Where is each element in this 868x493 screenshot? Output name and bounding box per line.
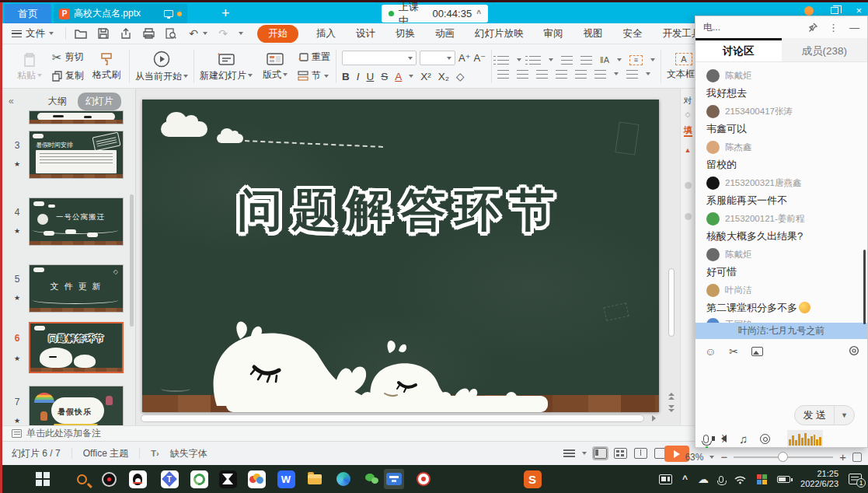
tab-design[interactable]: 设计 xyxy=(346,27,385,40)
class-timer-pill[interactable]: 上课中 00:44:35 ^ xyxy=(382,5,488,23)
microphone-icon[interactable] xyxy=(703,435,709,443)
play-from-current-button[interactable]: 从当前开始 xyxy=(135,48,188,86)
wifi-icon[interactable] xyxy=(734,474,747,484)
collapse-sidebar-button[interactable]: « xyxy=(9,96,14,107)
sidebar-scrollbar[interactable] xyxy=(130,194,134,327)
expand-triangle-icon[interactable]: ▲ xyxy=(681,146,695,154)
teams-app-icon[interactable]: T xyxy=(159,469,180,489)
zoom-dropdown-icon[interactable] xyxy=(709,456,714,459)
minimize-window-icon[interactable]: — xyxy=(849,22,859,33)
music-icon[interactable]: ♫ xyxy=(739,432,748,446)
hidden-icons-chevron[interactable]: ^ xyxy=(682,474,688,484)
section-button[interactable]: 节 xyxy=(298,69,330,82)
tab-animation[interactable]: 动画 xyxy=(425,27,465,40)
search-taskbar-icon[interactable] xyxy=(71,469,92,489)
shape-icon[interactable]: ◇ xyxy=(681,110,695,118)
strikethrough-button[interactable]: S xyxy=(381,71,388,82)
shrink-font-button[interactable]: A⁻ xyxy=(474,52,486,64)
notification-center-icon[interactable]: 1 xyxy=(849,474,862,484)
copy-button[interactable]: 复制 xyxy=(52,69,84,82)
emoji-picker-icon[interactable]: ☺ xyxy=(705,345,716,358)
previous-slide-button[interactable] xyxy=(666,390,676,401)
undo-dropdown-icon[interactable] xyxy=(203,32,207,35)
restore-window-icon[interactable] xyxy=(831,7,838,14)
fit-slide-button[interactable] xyxy=(852,453,862,462)
send-button[interactable]: 发 送 ▼ xyxy=(794,405,855,425)
zoom-out-button[interactable]: − xyxy=(720,453,727,461)
current-slide[interactable]: 问题解答环节 xyxy=(142,100,659,412)
theme-name[interactable]: Office 主题 xyxy=(83,447,128,460)
line-spacing-icon[interactable] xyxy=(594,70,606,79)
start-button[interactable] xyxy=(33,469,53,489)
tencent-classroom-icon-active[interactable] xyxy=(384,469,404,489)
account-avatar[interactable] xyxy=(804,6,814,16)
green-swirl-app-icon[interactable] xyxy=(189,469,209,489)
slide-thumbnail-6-selected[interactable]: 问题解答环节 xyxy=(29,322,124,373)
slide-title-text[interactable]: 问题解答环节 xyxy=(142,180,659,241)
distribute-icon[interactable] xyxy=(575,70,587,79)
justify-icon[interactable] xyxy=(556,70,567,79)
chat-scrollbar-thumb[interactable] xyxy=(863,250,866,324)
zoom-slider[interactable] xyxy=(734,456,833,458)
placeholder-icon[interactable]: ≡ xyxy=(629,55,643,65)
increase-indent-icon[interactable] xyxy=(580,56,592,65)
vertical-scrollbar-thumb[interactable] xyxy=(668,268,675,337)
horizontal-scrollbar-thumb[interactable] xyxy=(141,414,644,422)
reading-view-button[interactable] xyxy=(634,448,647,459)
bullet-list-icon[interactable] xyxy=(497,56,509,65)
open-file-icon[interactable] xyxy=(74,26,88,40)
bold-button[interactable]: B xyxy=(342,71,350,82)
circles-app-icon[interactable] xyxy=(246,469,267,489)
zoom-in-button[interactable]: + xyxy=(839,453,846,461)
tab-document[interactable]: P 高校大点名.pptx xyxy=(54,4,187,23)
vertical-scrollbar[interactable] xyxy=(668,110,675,390)
reset-button[interactable]: 重置 xyxy=(298,51,330,64)
paragraph-spacing-icon[interactable] xyxy=(626,70,638,79)
tab-outline[interactable]: 大纲 xyxy=(40,93,75,110)
tab-discussion[interactable]: 讨论区 xyxy=(695,38,782,61)
grow-font-button[interactable]: A⁺ xyxy=(458,52,471,64)
tab-members[interactable]: 成员(238) xyxy=(782,38,868,61)
screen-record-icon[interactable] xyxy=(413,469,434,489)
undo-icon[interactable]: ↶ xyxy=(186,26,200,40)
new-slide-button[interactable]: * 新建幻灯片 xyxy=(200,48,253,86)
send-options-icon[interactable]: ▼ xyxy=(835,411,854,419)
edge-browser-icon[interactable] xyxy=(333,469,354,489)
wps-app-icon[interactable]: W xyxy=(276,469,296,489)
layout-button[interactable]: 版式 xyxy=(258,48,292,86)
underline-button[interactable]: U xyxy=(367,71,375,82)
pin-icon[interactable] xyxy=(808,23,817,32)
new-tab-button[interactable]: + xyxy=(221,3,230,23)
export-icon[interactable] xyxy=(119,26,133,40)
screenshot-scissors-icon[interactable]: ✂ xyxy=(729,345,738,358)
zoom-slider-handle[interactable] xyxy=(778,452,788,462)
horizontal-scrollbar[interactable] xyxy=(140,414,649,423)
tab-slideshow[interactable]: 幻灯片放映 xyxy=(465,27,534,40)
redo-icon[interactable]: ↷ xyxy=(216,26,230,40)
timer-collapse-icon[interactable]: ^ xyxy=(476,9,481,18)
missing-font-warning[interactable]: 缺失字体 xyxy=(170,447,207,460)
send-image-icon[interactable] xyxy=(751,347,763,356)
save-icon[interactable] xyxy=(96,26,110,40)
align-right-icon[interactable] xyxy=(536,70,548,79)
print-preview-icon[interactable] xyxy=(164,26,178,40)
slide-sorter-view-button[interactable] xyxy=(614,448,627,459)
battery-icon[interactable] xyxy=(777,476,790,483)
italic-button[interactable]: I xyxy=(357,71,360,82)
clear-format-button[interactable]: ◇ xyxy=(456,70,464,82)
slide-thumbnail-3[interactable]: 暑假时间安排 xyxy=(29,131,124,179)
font-color-button[interactable]: A xyxy=(395,71,402,82)
align-center-icon[interactable] xyxy=(517,70,528,79)
tray-microphone-icon[interactable] xyxy=(719,476,723,483)
widgets-icon[interactable] xyxy=(659,474,672,484)
chat-input-area[interactable] xyxy=(695,363,867,404)
slide-thumbnail-2-partial[interactable] xyxy=(29,110,124,124)
cut-button[interactable]: ✂ 剪切 xyxy=(52,51,84,64)
chat-settings-icon[interactable] xyxy=(849,345,859,358)
slide-thumbnail-4[interactable]: 一号公寓搬迁 xyxy=(29,198,124,246)
normal-view-button[interactable] xyxy=(594,448,607,459)
paste-button[interactable]: 粘贴 xyxy=(12,48,47,86)
sogou-input-icon[interactable]: S xyxy=(522,469,542,489)
close-window-icon[interactable]: × xyxy=(856,5,862,16)
font-color-dropdown-icon[interactable] xyxy=(409,75,413,78)
